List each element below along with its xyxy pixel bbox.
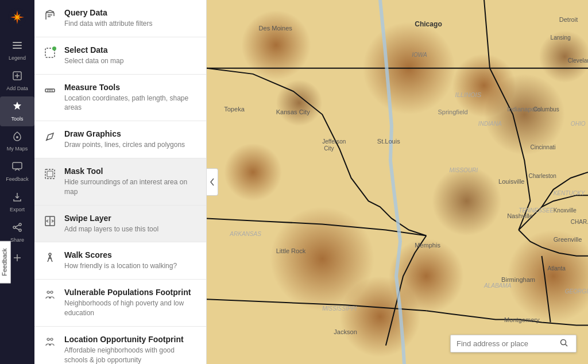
svg-point-33 (49, 253, 51, 255)
draw-graphics-icon (44, 130, 56, 143)
svg-text:ARKANSAS: ARKANSAS (229, 231, 261, 237)
legend-icon (12, 40, 22, 53)
svg-text:Springfield: Springfield (438, 109, 467, 115)
query-data-title: Query Data (64, 8, 152, 17)
search-icon[interactable] (560, 339, 568, 348)
plus-icon (12, 253, 22, 266)
tool-mask[interactable]: Mask Tool Hide surroundings of an intere… (34, 158, 206, 206)
svg-text:GEORGIA: GEORGIA (565, 288, 588, 295)
search-input[interactable] (457, 339, 560, 348)
svg-rect-30 (47, 171, 53, 177)
svg-point-13 (13, 226, 16, 229)
export-label: Export (10, 207, 25, 213)
add-data-icon (12, 71, 22, 84)
query-data-desc: Find data with attribute filters (64, 19, 152, 29)
tools-label: Tools (11, 116, 23, 122)
sidebar-nav: Legend Add Data Tools My Maps (0, 0, 34, 364)
tools-panel: Query Data Find data with attribute filt… (34, 0, 207, 364)
svg-text:Detroit: Detroit (559, 16, 578, 23)
sidebar-item-legend[interactable]: Legend (0, 36, 34, 66)
svg-rect-11 (13, 162, 22, 169)
sidebar-item-tools[interactable]: Tools (0, 96, 34, 127)
my-maps-label: My Maps (7, 146, 28, 152)
svg-text:Columbus: Columbus (533, 106, 559, 113)
mask-title: Mask Tool (64, 166, 197, 176)
svg-text:TENNESSEE: TENNESSEE (519, 207, 554, 214)
measure-content: Measure Tools Location coordinates, path… (64, 83, 197, 113)
svg-text:KENTUCKY: KENTUCKY (554, 190, 586, 196)
location-opportunity-icon (44, 336, 56, 348)
svg-text:Montgomery: Montgomery (504, 316, 540, 323)
map-area[interactable]: Des Moines Chicago Lansing Detroit Cleve… (207, 0, 588, 364)
tool-walk-scores[interactable]: Walk Scores How friendly is a location t… (34, 242, 206, 280)
svg-point-49 (432, 166, 501, 236)
svg-text:Memphis: Memphis (415, 242, 440, 249)
svg-point-53 (452, 54, 516, 118)
svg-point-37 (47, 338, 49, 340)
svg-point-10 (16, 136, 18, 138)
select-data-title: Select Data (64, 45, 123, 55)
svg-text:Cincinnati: Cincinnati (530, 144, 555, 150)
feedback-nav-icon (12, 161, 22, 175)
query-data-icon (44, 9, 56, 22)
swipe-layer-content: Swipe Layer Add map layers to use this t… (64, 214, 158, 234)
walk-scores-desc: How friendly is a location to walking? (64, 261, 177, 271)
mask-desc: Hide surroundings of an interest area on… (64, 177, 197, 197)
svg-rect-4 (13, 45, 22, 46)
svg-rect-5 (13, 48, 22, 49)
collapse-panel-button[interactable] (207, 168, 218, 196)
vulnerable-populations-icon (44, 289, 56, 301)
svg-text:ILLINOIS: ILLINOIS (455, 91, 482, 98)
tools-icon (12, 101, 22, 114)
svg-text:Jackson: Jackson (334, 328, 357, 335)
svg-text:Topeka: Topeka (224, 106, 245, 113)
svg-line-28 (46, 139, 48, 141)
measure-desc: Location coordinates, path length, shape… (64, 94, 197, 113)
draw-graphics-desc: Draw points, lines, circles and polygons (64, 140, 185, 150)
svg-point-12 (19, 223, 21, 226)
svg-text:OHIO: OHIO (571, 121, 586, 127)
tool-vulnerable-populations[interactable]: Vulnerable Populations Footprint Neighbo… (34, 280, 206, 327)
select-data-icon (44, 47, 56, 59)
vulnerable-populations-desc: Neighborhoods of high poverty and low ed… (64, 299, 197, 318)
mask-content: Mask Tool Hide surroundings of an intere… (64, 166, 197, 197)
svg-text:ALABAMA: ALABAMA (483, 282, 512, 289)
svg-point-44 (241, 10, 311, 80)
svg-point-35 (47, 291, 49, 293)
svg-text:CHAR...: CHAR... (571, 219, 588, 225)
svg-text:Jefferson: Jefferson (322, 138, 346, 145)
svg-text:MISSOURI: MISSOURI (450, 167, 478, 173)
sidebar-item-add-data[interactable]: Add Data (0, 66, 34, 96)
share-icon (12, 222, 22, 235)
svg-rect-3 (13, 42, 22, 43)
sidebar-item-feedback[interactable]: Feedback (0, 157, 34, 187)
svg-text:Louisville: Louisville (498, 178, 524, 185)
svg-text:Kansas City: Kansas City (276, 109, 310, 115)
svg-text:Des Moines: Des Moines (259, 25, 293, 32)
measure-title: Measure Tools (64, 83, 197, 92)
svg-text:Greenville: Greenville (554, 236, 582, 243)
walk-scores-title: Walk Scores (64, 250, 177, 260)
tool-select-data[interactable]: Select Data Select data on map (34, 37, 206, 75)
location-opportunity-desc: Affordable neighborhoods with good schoo… (64, 346, 197, 364)
sidebar-item-my-maps[interactable]: My Maps (0, 126, 34, 157)
svg-text:Lansing: Lansing (551, 34, 571, 41)
share-label: Share (10, 237, 24, 243)
location-opportunity-content: Location Opportunity Footprint Affordabl… (64, 335, 197, 364)
sidebar-item-export[interactable]: Export (0, 187, 34, 218)
tool-swipe-layer[interactable]: Swipe Layer Add map layers to use this t… (34, 206, 206, 243)
svg-marker-9 (13, 102, 21, 110)
tool-draw-graphics[interactable]: Draw Graphics Draw points, lines, circle… (34, 121, 206, 158)
tool-location-opportunity[interactable]: Location Opportunity Footprint Affordabl… (34, 327, 206, 364)
swipe-layer-icon (44, 215, 56, 227)
vulnerable-populations-title: Vulnerable Populations Footprint (64, 288, 197, 297)
legend-label: Legend (9, 55, 26, 61)
my-maps-icon (12, 131, 22, 144)
tool-measure[interactable]: Measure Tools Location coordinates, path… (34, 75, 206, 122)
swipe-layer-desc: Add map layers to use this tool (64, 224, 158, 234)
svg-text:Chicago: Chicago (415, 20, 442, 28)
svg-text:St.Louis: St.Louis (377, 138, 400, 145)
feedback-button[interactable]: Feedback (0, 241, 11, 283)
svg-point-36 (51, 291, 53, 293)
tool-query-data[interactable]: Query Data Find data with attribute filt… (34, 0, 206, 37)
